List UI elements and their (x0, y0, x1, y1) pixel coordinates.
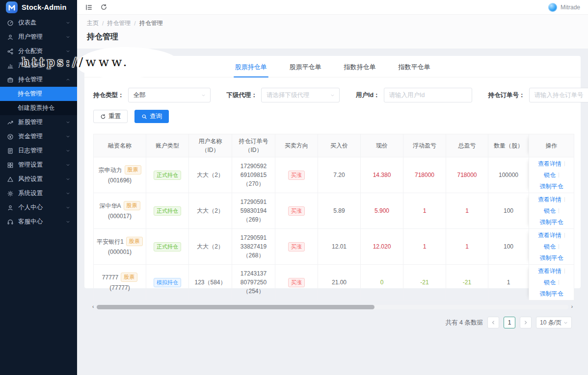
filter-select-1[interactable]: 请选择下级代理 (261, 88, 340, 102)
tab-0[interactable]: 股票持仓单 (235, 63, 267, 77)
user-menu[interactable]: Mitrade (548, 3, 580, 12)
sidebar-item-2[interactable]: 分仓配资 (0, 44, 77, 58)
scroll-left-icon[interactable]: ‹ (92, 303, 94, 310)
action-separator (559, 280, 559, 285)
action-link-1[interactable]: 锁仓 (544, 278, 556, 287)
cell-name: 深中华A股票(000017) (94, 193, 146, 229)
sidebar-item-3[interactable]: 产品管理 (0, 58, 77, 73)
action-separator (564, 269, 565, 274)
action-link-0[interactable]: 查看详情 (538, 159, 561, 168)
app-title: Stock-Admin (22, 3, 67, 11)
sidebar-submenu: 持仓管理创建股票持仓 (0, 87, 77, 115)
cell-actions: 查看详情锁仓强制平仓 (529, 193, 574, 229)
column-header-2: 用户名称（ID） (189, 134, 232, 157)
sidebar-item-6[interactable]: 资金管理 (0, 129, 77, 144)
refresh-icon[interactable] (100, 3, 108, 11)
filter-input-2[interactable] (384, 88, 472, 102)
sidebar-item-label: 产品管理 (18, 61, 65, 70)
stock-type-tag: 股票 (121, 273, 137, 282)
tabs-bar: 股票持仓单股票平仓单指数持仓单指数平仓单 (84, 56, 581, 77)
stock-type-tag: 股票 (126, 237, 143, 246)
sidebar-item-12[interactable]: 客服中心 (0, 215, 77, 229)
sidebar-item-label: 客服中心 (18, 218, 65, 226)
search-icon (141, 114, 147, 120)
logo-m-icon (6, 1, 18, 13)
sidebar-item-label: 个人中心 (18, 203, 65, 212)
sidebar-item-0[interactable]: 仪表盘 (0, 16, 77, 30)
sidebar-item-9[interactable]: 风控设置 (0, 172, 77, 186)
sidebar-item-4[interactable]: 持仓管理 (0, 73, 77, 87)
action-link-0[interactable]: 查看详情 (538, 267, 561, 275)
cell-total-pl: 1 (446, 229, 488, 265)
sidebar-item-label: 风控设置 (18, 175, 65, 183)
column-header-6: 现价 (361, 134, 403, 157)
cell-total-pl: 1 (446, 193, 488, 229)
chevron-right-icon (523, 320, 528, 325)
scrollbar-thumb[interactable] (97, 305, 374, 309)
sidebar-item-1[interactable]: 用户管理 (0, 30, 77, 44)
action-link-2[interactable]: 强制平仓 (540, 289, 563, 298)
breadcrumb-home[interactable]: 主页 (87, 19, 99, 27)
pagination-page-1[interactable]: 1 (504, 317, 515, 328)
gauge-icon (7, 20, 14, 26)
menu-collapse-icon[interactable] (85, 3, 93, 11)
positions-table: 融资名称账户类型用户名称（ID）持仓订单号（ID）买卖方向买入价现价浮动盈亏总盈… (93, 134, 574, 300)
sidebar-item-8[interactable]: 管理设置 (0, 158, 77, 172)
person-icon (7, 204, 14, 211)
sidebar: Stock-Admin 仪表盘用户管理分仓配资产品管理持仓管理持仓管理创建股票持… (0, 0, 77, 375)
sidebar-item-11[interactable]: 个人中心 (0, 200, 77, 215)
filter-label-2: 用户Id： (356, 91, 380, 100)
table-body: 宗申动力股票(001696)正式持仓大大（2）1729059269109815（… (94, 157, 574, 300)
pagination-prev-button[interactable] (487, 317, 499, 328)
cell-direction: 买涨 (275, 157, 318, 193)
sidebar-item-label: 分仓配资 (18, 47, 65, 55)
search-button[interactable]: 查询 (134, 110, 169, 123)
order-id: 1729059269109815（270） (234, 162, 273, 188)
app-logo[interactable]: Stock-Admin (0, 0, 77, 15)
chevron-down-icon (65, 34, 71, 40)
action-link-1[interactable]: 锁仓 (544, 206, 556, 215)
action-link-2[interactable]: 强制平仓 (540, 253, 563, 262)
horizontal-scrollbar: ‹ › (93, 305, 572, 309)
sidebar-item-label: 仪表盘 (18, 19, 65, 27)
stock-type-tag: 股票 (125, 165, 141, 175)
stock-code: (001696) (96, 176, 144, 185)
stock-name-line: 深中华A股票 (96, 201, 144, 210)
column-header-3: 持仓订单号（ID） (232, 134, 275, 157)
row-actions: 查看详情锁仓强制平仓 (531, 231, 572, 262)
action-link-0[interactable]: 查看详情 (538, 231, 561, 240)
action-link-2[interactable]: 强制平仓 (540, 182, 563, 191)
filter-bar: 持仓类型：全部下级代理：请选择下级代理用户Id：持仓订单号： (84, 77, 581, 102)
sidebar-item-label: 资金管理 (18, 132, 65, 141)
tab-3[interactable]: 指数平仓单 (399, 63, 430, 77)
scroll-right-icon[interactable]: › (571, 303, 573, 310)
sidebar-subitem-4-1[interactable]: 创建股票持仓 (0, 101, 77, 115)
share-nodes-icon (7, 48, 14, 55)
action-link-2[interactable]: 强制平仓 (540, 218, 563, 226)
cell-order-id: 1729059159830194（269） (232, 193, 275, 229)
cell-account-type: 正式持仓 (146, 193, 189, 229)
sidebar-item-10[interactable]: 系统设置 (0, 186, 77, 200)
action-link-1[interactable]: 锁仓 (544, 171, 556, 179)
tab-2[interactable]: 指数持仓单 (344, 63, 376, 77)
tab-1[interactable]: 股票平仓单 (290, 63, 321, 77)
cell-actions: 查看详情锁仓强制平仓 (529, 229, 574, 265)
sidebar-subitem-4-0[interactable]: 持仓管理 (0, 87, 77, 101)
search-button-label: 查询 (150, 112, 162, 121)
account-type-tag: 正式持仓 (154, 171, 181, 180)
sidebar-item-label: 持仓管理 (18, 75, 65, 84)
breadcrumb-section[interactable]: 持仓管理 (107, 19, 131, 27)
action-link-0[interactable]: 查看详情 (538, 195, 561, 204)
order-id: 1724313780797250（254） (234, 269, 273, 296)
page-size-select[interactable]: 10 条/页 (536, 317, 572, 328)
stock-name: 77777 (102, 273, 118, 282)
sidebar-item-7[interactable]: 日志管理 (0, 144, 77, 158)
action-link-1[interactable]: 锁仓 (544, 242, 556, 251)
filter-select-0[interactable]: 全部 (128, 88, 211, 102)
sidebar-item-label: 日志管理 (18, 147, 65, 155)
filter-input-3[interactable] (529, 88, 588, 102)
reset-button[interactable]: 重置 (93, 110, 128, 123)
pagination-next-button[interactable] (520, 317, 532, 328)
sidebar-item-5[interactable]: 新股管理 (0, 115, 77, 129)
cell-user: 大大（2） (189, 157, 232, 193)
